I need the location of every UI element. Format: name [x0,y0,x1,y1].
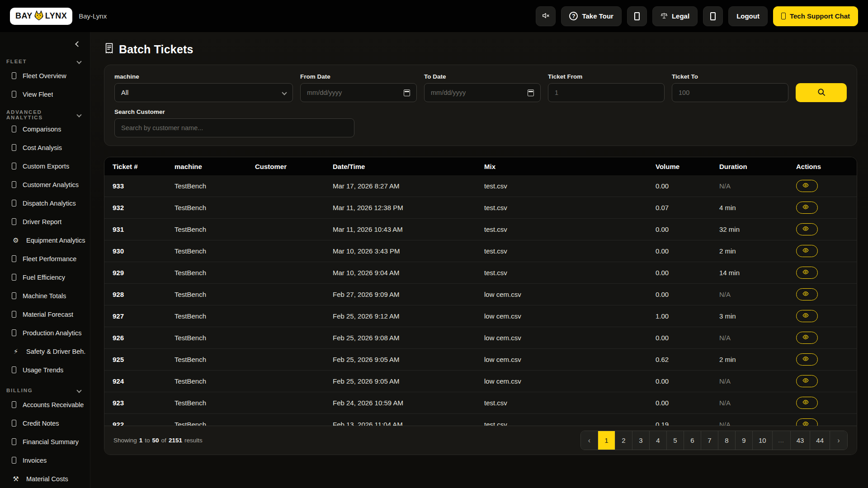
table-row-922: 922 TestBench Feb 13. 2026 11:04 AM test… [104,414,857,426]
page-button-3[interactable]: 3 [632,431,650,450]
eye-icon [802,378,809,385]
view-button[interactable] [796,180,818,192]
cell-ticket: 922 [104,421,166,426]
search-button[interactable] [796,83,847,102]
sidebar-item-accounts-receivable[interactable]: Accounts Receivable [0,395,90,414]
summary-text: results [184,437,203,444]
cell-mix: low cem.csv [476,356,647,363]
sidebar-item-invoices[interactable]: Invoices [0,451,90,469]
page-button-43[interactable]: 43 [791,431,811,450]
sidebar-item-fuel-efficiency[interactable]: Fuel Efficiency [0,268,90,286]
sidebar-item-credit-notes[interactable]: Credit Notes [0,414,90,432]
view-button[interactable] [796,288,818,300]
eye-icon [802,421,809,426]
column-header: Customer [247,163,325,170]
to-date-input[interactable] [424,83,541,102]
section-label: BILLING [6,388,33,393]
page-button-10[interactable]: 10 [753,431,773,450]
page-button-5[interactable]: 5 [667,431,684,450]
from-date-field[interactable] [307,89,404,96]
sidebar-item-material-costs[interactable]: ⚒ Material Costs [0,469,90,488]
page-button-next[interactable]: › [830,431,847,450]
view-button[interactable] [796,202,818,214]
table-row-931: 931 TestBench Mar 11, 2026 10:43 AM test… [104,219,857,240]
page-button-44[interactable]: 44 [810,431,830,450]
sidebar-item-material-forecast[interactable]: Material Forecast [0,305,90,324]
view-button[interactable] [796,332,818,344]
page-button-1[interactable]: 1 [598,431,615,450]
sidebar-item-safety-driver-beh[interactable]: ⚡ Safety & Driver Beh... [0,342,90,361]
page-button-9[interactable]: 9 [736,431,753,450]
results-summary: Showing 1 to 50 of 2151 results [113,437,203,444]
logout-label: Logout [736,12,760,20]
missing-glyph-icon [12,366,16,373]
search-customer-label: Search Customer [114,108,847,115]
cell-machine: TestBench [166,312,247,320]
sidebar-item-custom-exports[interactable]: Custom Exports [0,157,90,175]
table-row-928: 928 TestBench Feb 27, 2026 9:09 AM low c… [104,284,857,305]
view-button[interactable] [796,397,818,409]
sidebar-item-financial-summary[interactable]: Financial Summary [0,432,90,451]
unknown-glyph-button-1[interactable] [627,6,647,26]
ticket-to-field[interactable] [679,89,782,96]
table-row-926: 926 TestBench Feb 25, 2026 9:08 AM low c… [104,327,857,349]
sidebar-item-cost-analysis[interactable]: Cost Analysis [0,138,90,157]
sidebar-item-comparisons[interactable]: Comparisons [0,120,90,138]
logout-button[interactable]: Logout [728,6,768,26]
unknown-glyph-button-2[interactable] [703,6,723,26]
cell-machine: TestBench [166,225,247,233]
sidebar-section-billing[interactable]: BILLING [0,385,90,395]
filter-panel: machine All From Date To Date [104,65,857,146]
view-button[interactable] [796,310,818,322]
cell-actions [788,353,857,366]
from-date-input[interactable] [300,83,417,102]
view-button[interactable] [796,223,818,235]
cell-duration: N/A [711,421,788,426]
bay-lynx-logo[interactable]: BAY LYNX [10,8,72,25]
search-customer-field[interactable] [121,124,348,131]
sidebar-item-machine-totals[interactable]: Machine Totals [0,286,90,305]
cell-mix: test.csv [476,421,647,426]
page-button-prev[interactable]: ‹ [581,431,598,450]
table-header-row: Ticket #machineCustomerDate/TimeMixVolum… [104,157,857,175]
view-button[interactable] [796,375,818,387]
take-tour-button[interactable]: ? Take Tour [561,6,621,26]
sidebar-collapse-chevron-icon[interactable] [75,41,81,47]
sidebar-item-driver-report[interactable]: Driver Report [0,212,90,231]
cell-mix: test.csv [476,225,647,233]
view-button[interactable] [796,418,818,426]
column-header: Actions [788,163,857,170]
calendar-icon[interactable] [404,89,410,96]
cell-duration: 2 min [711,247,788,255]
sidebar-section-advanced-analytics[interactable]: ADVANCED ANALYTICS [0,110,90,120]
sidebar-item-production-analytics[interactable]: Production Analytics [0,324,90,342]
tech-support-chat-button[interactable]: Tech Support Chat [773,6,858,26]
machine-select[interactable]: All [114,83,293,102]
mute-button[interactable] [536,6,556,26]
page-button-7[interactable]: 7 [701,431,718,450]
sidebar-item-equipment-analytics[interactable]: ⚙ Equipment Analytics [0,231,90,249]
page-button-2[interactable]: 2 [615,431,632,450]
sidebar-item-fleet-performance[interactable]: Fleet Performance [0,249,90,268]
sidebar-item-usage-trends[interactable]: Usage Trends [0,361,90,379]
view-button[interactable] [796,267,818,279]
page-button-8[interactable]: 8 [718,431,736,450]
ticket-from-field[interactable] [555,89,658,96]
top-actions: ? Take Tour Legal Logout Tech Support Ch [536,6,858,26]
sidebar-item-customer-analytics[interactable]: Customer Analytics [0,175,90,194]
cell-volume: 0.00 [647,399,711,407]
page-button-6[interactable]: 6 [684,431,701,450]
legal-button[interactable]: Legal [652,6,698,26]
sidebar-section-fleet[interactable]: FLEET [0,56,90,66]
sidebar-item-dispatch-analytics[interactable]: Dispatch Analytics [0,194,90,212]
view-button[interactable] [796,245,818,257]
cell-ticket: 925 [104,356,166,363]
view-button[interactable] [796,353,818,366]
sidebar-item-view-fleet[interactable]: View Fleet [0,85,90,103]
cell-machine: TestBench [166,182,247,190]
calendar-icon[interactable] [528,89,534,96]
sidebar-item-fleet-overview[interactable]: Fleet Overview [0,66,90,85]
eye-icon [802,313,809,319]
to-date-field[interactable] [431,89,528,96]
page-button-4[interactable]: 4 [650,431,667,450]
